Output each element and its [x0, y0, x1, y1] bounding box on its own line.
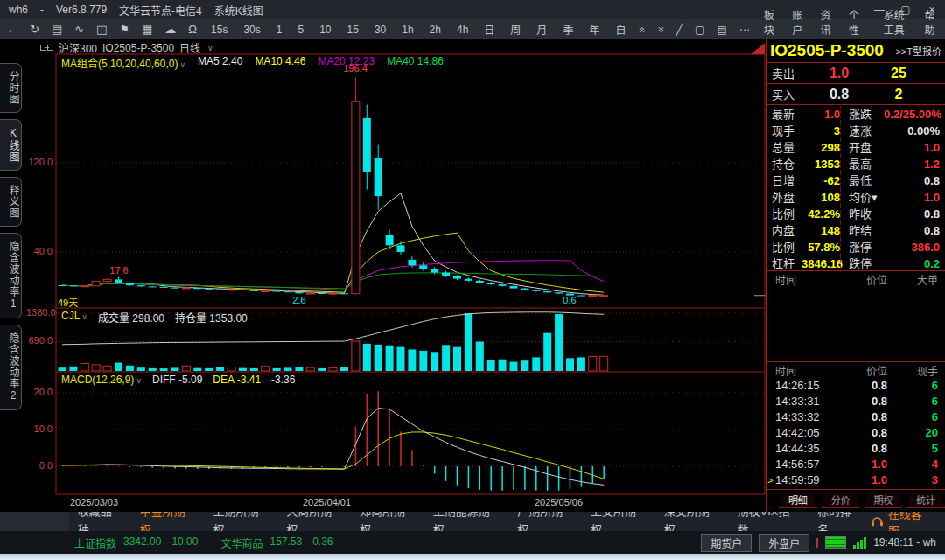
current-row-marker	[766, 394, 775, 410]
cloud-node-label: 文华云节点-电信4	[119, 3, 202, 18]
symbol-market: 沪深300	[59, 40, 97, 55]
period-year[interactable]: 年	[581, 22, 607, 37]
period-week[interactable]: 周	[502, 22, 528, 37]
trade-tab-options[interactable]: 期权	[864, 494, 903, 508]
period-4h[interactable]: 4h	[449, 24, 476, 36]
sidebar-tab-implied-vol-2[interactable]: 隐含波动率2	[0, 325, 22, 410]
period-15s[interactable]: 15s	[203, 24, 235, 36]
quote-row: 杠杆 3846.16 跌停 0.2	[766, 256, 945, 272]
sidebar-tab-definition-chart[interactable]: 释义图	[0, 177, 22, 227]
quote-label: 现手	[766, 122, 802, 139]
macd-axis-tick: 0.0	[26, 460, 52, 471]
chevron-down-icon: ∨	[179, 60, 186, 69]
period-2h[interactable]: 2h	[422, 24, 449, 36]
kline-chart[interactable]	[26, 39, 766, 512]
trade-tab-detail[interactable]: 明细	[779, 494, 817, 508]
quote-label: 总量	[766, 139, 802, 156]
quote-row: 现手 3 速涨 0.00%	[766, 122, 945, 139]
tick-list[interactable]: 14:26:15 0.8 6 14:33:31 0.8 6 14:33:32	[766, 378, 945, 490]
titlebar-separator: -	[40, 4, 44, 16]
quote-label: 内盘	[766, 222, 802, 239]
period-day[interactable]: 日	[476, 22, 502, 37]
period-15[interactable]: 15	[340, 24, 367, 36]
trade-tab-stats[interactable]: 统计	[906, 494, 945, 508]
bid-price[interactable]: 0.8	[810, 87, 868, 102]
shanghai-index-quote[interactable]: 上证指数 3342.00 -10.00	[74, 536, 198, 550]
time-line-icon[interactable]: ∿	[68, 23, 90, 36]
tick-row: 14:26:15 0.8 6	[766, 378, 945, 394]
quote-value: 1.0	[884, 189, 945, 206]
futures-account-button[interactable]: 期货户	[701, 534, 752, 552]
big-order-list[interactable]	[766, 287, 945, 362]
sidebar-tab-kline-chart[interactable]: K线图	[0, 119, 22, 171]
quote-label: 涨停	[840, 239, 884, 256]
tick-time: 14:44:35	[775, 441, 830, 457]
column-header-bigorder: 大单	[887, 272, 945, 287]
period-month[interactable]: 月	[528, 22, 555, 37]
tick-qty: 5	[887, 441, 945, 457]
current-row-marker	[766, 441, 775, 457]
macd-axis-tick: 20.0	[26, 387, 52, 397]
sidebar-tab-implied-vol-1[interactable]: 隐含波动率1	[0, 233, 22, 318]
period-quarter[interactable]: 季	[555, 22, 581, 37]
period-1[interactable]: 1	[269, 24, 290, 36]
quote-value: 0.2/25.00%	[884, 106, 945, 122]
quote-label: 跌停	[840, 256, 884, 272]
indicator-flag-icon[interactable]: ⚑	[113, 23, 136, 36]
quote-board-icon[interactable]: ▤	[46, 23, 68, 36]
quote-row: 持仓 1353 最高 1.2	[766, 156, 945, 172]
chart-area[interactable]: 沪深300 IO2505-P-3500 日线 ∨ MA组合(5,10,20,40…	[26, 39, 766, 512]
wenhua-index-quote[interactable]: 文华商品 157.53 -0.36	[220, 536, 332, 550]
column-header-time: 时间	[775, 363, 830, 378]
chevron-down-icon[interactable]: «	[654, 20, 667, 38]
tick-price: 0.8	[830, 441, 887, 457]
alert-bell-icon[interactable]: Ω	[182, 23, 203, 36]
tick-row: 14:56:57 1.0 4	[766, 457, 945, 472]
draw-board-icon[interactable]: ▤	[710, 24, 732, 36]
period-30[interactable]: 30	[367, 24, 394, 36]
panel-collapse-handle[interactable]	[751, 43, 765, 54]
trade-tab-price-dist[interactable]: 分价	[822, 494, 860, 508]
column-header-price: 价位	[830, 272, 887, 287]
tick-row: > 14:59:59 1.0 3	[766, 472, 945, 488]
quote-value: 298	[802, 139, 840, 156]
tick-qty: 3	[887, 472, 945, 488]
ma-combo-select[interactable]: MA组合(5,10,20,40,60,0)∨	[61, 55, 186, 70]
ask-price[interactable]: 1.0	[810, 66, 868, 81]
quote-row: 日增 -62 最低 0.8	[766, 172, 945, 189]
more-icon[interactable]: ⋯	[733, 24, 756, 36]
tick-price: 0.8	[830, 378, 887, 394]
chart-symbol-header: 沪深300 IO2505-P-3500 日线 ∨	[40, 40, 214, 55]
macd-indicator-select[interactable]: MACD(12,26,9)∨	[61, 374, 142, 386]
period-30s[interactable]: 30s	[235, 24, 268, 36]
period-select[interactable]: 日线	[179, 40, 200, 55]
tick-qty: 6	[887, 410, 945, 425]
period-10[interactable]: 10	[312, 24, 339, 36]
tick-price: 1.0	[830, 472, 887, 488]
tick-row: 14:44:35 0.8 5	[766, 441, 945, 457]
rect-tool-icon[interactable]: ▢	[689, 24, 710, 36]
back-icon[interactable]: ←	[0, 23, 24, 36]
app-window: wh6 - Ver6.8.779 文华云节点-电信4 系统K线图 — ▢ × ←…	[0, 0, 945, 560]
period-custom[interactable]: 自	[607, 22, 634, 37]
volume-indicator-select[interactable]: CJL∨	[61, 310, 88, 325]
app-name: wh6	[9, 4, 28, 16]
tick-row: 14:33:32 0.8 6	[766, 410, 945, 425]
chevron-up-icon[interactable]: «	[637, 20, 649, 38]
multi-panel-icon[interactable]: ▦	[136, 23, 158, 36]
tick-time: 14:59:59	[775, 472, 830, 488]
foreign-account-button[interactable]: 外盘户	[759, 534, 809, 552]
refresh-icon[interactable]: ↻	[24, 23, 46, 36]
trend-line-icon[interactable]: ╱	[670, 24, 689, 36]
ask-row: 卖出 1.0 25	[766, 63, 945, 84]
date-axis-tick: 2025/05/06	[535, 497, 583, 508]
candlestick-icon[interactable]: ◫	[90, 23, 113, 36]
period-1h[interactable]: 1h	[394, 24, 421, 36]
t-quote-link[interactable]: >>T型报价	[895, 44, 942, 58]
big-order-headers: 时间 价位 大单	[766, 271, 945, 287]
toolbar: ←↻▤∿◫⚑▦☁Ω 15s30s151015301h2h4h日周月季年自 ««╱…	[0, 19, 945, 39]
sidebar-tab-time-chart[interactable]: 分时图	[0, 63, 22, 113]
period-5[interactable]: 5	[290, 24, 312, 36]
cloud-download-icon[interactable]: ☁	[158, 23, 182, 36]
connection-monitor-icon[interactable]	[825, 536, 846, 549]
